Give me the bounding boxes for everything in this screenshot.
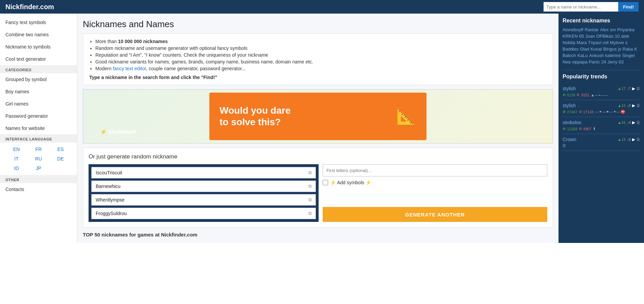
recent-name-item[interactable]: 03 <box>619 59 623 64</box>
trend-bar-icon: ☰ <box>637 120 640 125</box>
trend-name[interactable]: Crown <box>563 137 576 142</box>
lang-en[interactable]: EN <box>5 145 27 154</box>
info-cta: Type a nickname in the search form and c… <box>89 75 547 80</box>
generate-button[interactable]: GENERATE ANOTHER <box>323 207 547 222</box>
recent-name-item[interactable]: KRKEN <box>563 34 578 39</box>
recent-name-item[interactable]: Raistar <box>585 27 599 32</box>
sidebar-item-cool-text[interactable]: Cool text generator <box>0 53 77 65</box>
other-label: OTHER <box>0 175 77 183</box>
recent-name-item[interactable]: 24 <box>601 59 606 64</box>
lang-jp[interactable]: JP <box>27 164 50 173</box>
recent-name-item[interactable]: Tnpavi <box>588 40 601 45</box>
sidebar-item-contacts[interactable]: Contacts <box>0 183 77 195</box>
recent-name-item[interactable]: Mylove <box>610 40 624 45</box>
generator-right: ⚡ Add symbols ⚡ GENERATE ANOTHER <box>323 164 547 222</box>
name-item-0[interactable]: IscouTriscuit ⧉ <box>91 167 316 178</box>
recent-name-item[interactable]: Priyanka <box>617 27 634 32</box>
trend-bar-row: ⊕ 27447 ⊖ 17143 —✦—♥—✦—⛔ <box>563 110 640 114</box>
recent-name-item[interactable]: sm <box>610 27 616 32</box>
sidebar-item-fancy-text[interactable]: Fancy text symbols <box>0 16 77 28</box>
play-button[interactable]: ▶ <box>632 120 635 125</box>
sidebar-item-names-website[interactable]: Names for website <box>0 122 77 134</box>
recent-name-item[interactable]: Panic <box>589 59 600 64</box>
copy-icon-0[interactable]: ⧉ <box>308 170 311 175</box>
trend-name[interactable]: stylish <box>563 86 576 91</box>
recent-name-item[interactable]: Kunal <box>590 46 602 52</box>
copy-icon-3[interactable]: ⧉ <box>308 211 311 216</box>
sidebar-item-combine-names[interactable]: Combine two names <box>0 28 77 41</box>
recent-name-item[interactable]: Ankush <box>589 53 604 58</box>
play-button[interactable]: ▶ <box>632 103 635 108</box>
lang-ru[interactable]: RU <box>27 154 50 164</box>
recent-name-item[interactable]: Baddies <box>563 46 579 52</box>
trend-item: simbolos ▲16 ↓4 ▶ ☰ ⊕ 12268 ⊖ 4907 ⬇ <box>563 117 640 134</box>
search-input[interactable] <box>544 2 618 12</box>
play-button[interactable]: ▶ <box>632 137 635 142</box>
recent-name-item[interactable]: vippapa <box>572 59 588 64</box>
name-text-1: Barnewhicu <box>96 184 120 189</box>
recent-name-item[interactable]: js <box>618 46 621 52</box>
lang-it[interactable]: IT <box>5 154 27 164</box>
lang-de[interactable]: DE <box>50 154 72 164</box>
first-letters-input[interactable] <box>323 164 547 176</box>
sidebar-item-password-gen[interactable]: Password generator <box>0 110 77 122</box>
recent-name-item[interactable]: Mara <box>577 40 587 45</box>
recent-name-item[interactable]: Singer <box>622 53 635 58</box>
recent-name-item[interactable]: 65 <box>579 34 584 39</box>
name-item-1[interactable]: Barnewhicu ⧉ <box>91 180 316 192</box>
trend-item: stylish ▲17 ↓7 ▶ ☰ ⊕ 6139 ⊖ 3151 ▲—•—— <box>563 83 640 100</box>
fancy-editor-link[interactable]: fancy text editor <box>113 66 146 71</box>
recent-names: Aloneboyff Raistar Alex sm Priyanka KRKE… <box>563 27 640 64</box>
sidebar-item-nickname-symbols[interactable]: Nickname to symbols <box>0 41 77 53</box>
name-item-3[interactable]: FroggySuldrou ⧉ <box>91 208 316 219</box>
recent-name-item[interactable]: Alex <box>600 27 608 32</box>
recent-name-item[interactable]: Glad <box>580 46 589 52</box>
sidebar-item-girl-names[interactable]: Girl names <box>0 98 77 110</box>
sidebar-item-grouped-symbol[interactable]: Grouped by symbol <box>0 73 77 86</box>
language-label: INTERFACE LANGUAGE <box>0 134 77 142</box>
find-button[interactable]: Find! <box>618 2 639 12</box>
trend-bar-row: ⊕ 12268 ⊖ 4907 ⬇ <box>563 127 640 131</box>
trend-name[interactable]: simbolos <box>563 120 581 125</box>
right-panel: Recent nicknames Aloneboyff Raistar Alex… <box>558 14 644 243</box>
recent-name-item[interactable]: Aloneboyff <box>563 27 583 32</box>
recent-name-item[interactable]: Baloch <box>563 53 576 58</box>
ad-math-icon: 📐 <box>396 107 416 126</box>
info-box: More than 10 000 000 nicknames Random ni… <box>83 34 553 85</box>
recent-name-item[interactable]: 10 <box>615 34 620 39</box>
sidebar-item-boy-names[interactable]: Boy names <box>0 86 77 98</box>
main-content: Nicknames and Names More than 10 000 000… <box>77 14 558 243</box>
trend-pos-count: 12268 <box>567 127 577 131</box>
recent-name-item[interactable]: s <box>625 40 628 45</box>
recent-name-item[interactable]: Juan <box>585 34 595 39</box>
recent-name-item[interactable]: KaLu <box>577 53 588 58</box>
categories-label: CATEGORIES <box>0 65 77 73</box>
search-area: Find! <box>544 2 639 12</box>
recent-name-item[interactable]: Raka <box>623 46 633 52</box>
name-item-2[interactable]: Whentlympse ⧉ <box>91 194 316 206</box>
add-symbols-checkbox[interactable] <box>323 180 328 185</box>
recent-name-item[interactable]: Jerry <box>607 59 617 64</box>
recent-name-item[interactable]: roll <box>603 40 608 45</box>
lang-id[interactable]: ID <box>5 164 27 173</box>
info-item-1: Random nickname and username generator w… <box>95 45 547 51</box>
copy-icon-1[interactable]: ⧉ <box>308 184 311 189</box>
site-logo[interactable]: Nickfinder.com <box>5 3 54 11</box>
trend-name[interactable]: stylish <box>563 103 576 108</box>
recent-name-item[interactable]: Bingus <box>603 46 617 52</box>
recent-name-item[interactable]: OPBikas <box>596 34 613 39</box>
copy-icon-2[interactable]: ⧉ <box>308 197 311 203</box>
lang-fr[interactable]: FR <box>27 145 50 154</box>
trend-neg-count: 17143 <box>583 110 594 114</box>
recent-name-item[interactable]: K <box>634 46 637 52</box>
recent-name-item[interactable]: Nea <box>563 59 571 64</box>
trend-neg-icon: ⊖ <box>576 93 580 97</box>
lang-es[interactable]: ES <box>50 145 72 154</box>
recent-name-item[interactable]: katerine <box>605 53 621 58</box>
recent-name-item[interactable]: alok <box>621 34 629 39</box>
generator-content: IscouTriscuit ⧉ Barnewhicu ⧉ Whentlympse… <box>89 164 547 222</box>
play-button[interactable]: ▶ <box>632 86 635 91</box>
recent-name-item[interactable]: Nobita <box>563 40 575 45</box>
trend-stats: ▲16 ↓4 ▶ ☰ <box>618 120 640 125</box>
names-list: IscouTriscuit ⧉ Barnewhicu ⧉ Whentlympse… <box>89 164 319 222</box>
